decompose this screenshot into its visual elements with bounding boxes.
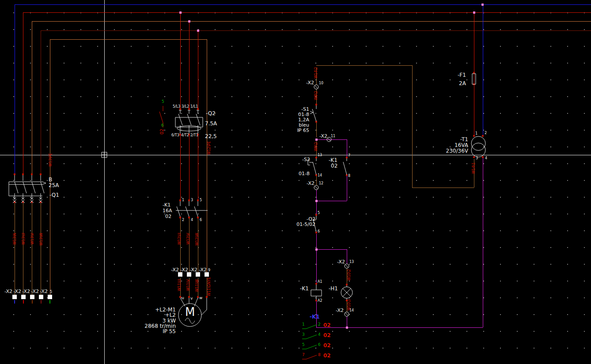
terminal-dot <box>179 296 181 298</box>
terminal-x2[interactable] <box>187 272 191 277</box>
wire-bus-pe[interactable] <box>50 39 207 40</box>
q2-terminal: 6/T3 <box>171 134 179 137</box>
wire[interactable] <box>180 12 181 108</box>
schematic-canvas[interactable]: B 25A -Q1 W13\PE -X2 -X2 -X2 -X2 -X2 5 W… <box>0 0 591 364</box>
contactor-k1-no-contact-symbol[interactable] <box>343 158 347 175</box>
wire[interactable] <box>32 203 32 295</box>
junction <box>188 20 190 23</box>
wire[interactable] <box>23 12 23 173</box>
wire[interactable] <box>483 158 483 327</box>
wire-bus-l1[interactable] <box>23 12 591 13</box>
wire[interactable] <box>198 135 198 199</box>
terminal-x2[interactable] <box>48 295 52 299</box>
k1-terminal: 4 <box>191 218 193 222</box>
xref-terminal: 5 <box>302 343 305 347</box>
wire[interactable] <box>347 176 347 201</box>
wire[interactable] <box>347 139 347 157</box>
wire[interactable] <box>412 188 474 188</box>
k1-rating-label: 16A <box>163 208 172 213</box>
terminal-x2[interactable] <box>205 272 209 277</box>
wire[interactable] <box>347 316 347 327</box>
terminal-number: 10 <box>319 82 323 85</box>
k1-terminal: 6 <box>200 218 202 222</box>
wire[interactable] <box>347 249 347 264</box>
wire[interactable] <box>316 234 317 283</box>
terminal-x2[interactable] <box>12 295 17 299</box>
wire[interactable] <box>316 65 412 66</box>
terminal-x2[interactable] <box>39 295 43 299</box>
wire-stub <box>49 300 50 304</box>
terminal-label: -X2 <box>189 267 197 272</box>
wire[interactable] <box>316 123 317 137</box>
terminal-label: -X2 <box>31 289 39 294</box>
wire-bus-l3[interactable] <box>41 30 591 31</box>
terminal-dot <box>482 156 484 158</box>
xref-folio: 02 <box>323 323 331 328</box>
motor-breaker-q2-symbol[interactable] <box>175 110 203 134</box>
f1-tag: -F1 <box>458 72 466 78</box>
wire[interactable] <box>180 218 181 272</box>
t1-terminal: 2 <box>485 131 487 135</box>
wire[interactable] <box>50 39 50 295</box>
switch-s1-symbol[interactable] <box>310 105 316 121</box>
terminal-label: -X2 <box>336 308 344 313</box>
xref-terminal: 7 <box>302 353 305 357</box>
wire-label: W13\U <box>22 233 26 245</box>
terminal-dot <box>315 157 317 158</box>
wire[interactable] <box>189 21 189 108</box>
s2-tag: -S2 <box>302 157 310 162</box>
wire[interactable] <box>32 21 32 173</box>
terminal-dot <box>197 296 199 298</box>
circuit-breaker-q1-symbol[interactable] <box>9 175 46 203</box>
q2-terminal: 1/L1 <box>190 105 198 109</box>
wire[interactable] <box>189 135 189 199</box>
xref-folio: 02 <box>323 333 331 338</box>
transformer-t1-symbol[interactable] <box>471 136 485 157</box>
wire[interactable] <box>316 327 483 328</box>
terminal-dot <box>188 217 190 218</box>
contactor-k1-coil-symbol[interactable] <box>311 285 322 300</box>
k1-terminal: 5 <box>200 199 202 202</box>
wire[interactable] <box>207 39 207 272</box>
terminal-dot <box>315 121 317 123</box>
terminal-dot <box>473 83 475 85</box>
k1-coil-terminal: A2 <box>318 299 322 303</box>
wire-bus-l2[interactable] <box>32 21 591 22</box>
q2-aux-xref: 01-5/02 <box>289 222 315 227</box>
wire[interactable] <box>23 203 23 295</box>
xref-terminal: 8 <box>318 353 321 357</box>
t1-power: 16VA <box>437 143 468 148</box>
wire[interactable] <box>15 203 15 295</box>
wire-bus-n[interactable] <box>15 4 591 5</box>
wire[interactable] <box>41 203 41 295</box>
wire[interactable] <box>189 218 189 272</box>
wire[interactable] <box>180 135 181 199</box>
wire[interactable] <box>316 139 347 140</box>
terminal-x2[interactable] <box>30 295 34 299</box>
q1-tag-label: -Q1 <box>49 192 59 198</box>
terminal-label: -X2 <box>180 267 188 272</box>
wire[interactable] <box>41 30 41 173</box>
wire-label: W9\2 <box>314 142 318 151</box>
terminal-dot <box>206 296 208 298</box>
wire[interactable] <box>474 12 474 135</box>
wire[interactable] <box>316 201 347 201</box>
terminal-x2[interactable] <box>196 272 200 277</box>
s1-color: bleu <box>283 123 309 128</box>
wire[interactable] <box>316 249 347 250</box>
wire[interactable] <box>15 4 15 173</box>
contactor-k1-main-symbol[interactable] <box>176 201 208 217</box>
terminal-dot <box>315 300 317 301</box>
wire[interactable] <box>198 30 198 108</box>
k1-terminal: 2 <box>182 218 184 222</box>
terminal-x2[interactable] <box>178 272 182 277</box>
wire-label: W12\V <box>187 233 190 244</box>
wire[interactable] <box>316 176 317 185</box>
terminal-dot <box>315 104 317 105</box>
wire[interactable] <box>483 4 483 135</box>
wire-label: W12\U <box>178 233 182 245</box>
wire[interactable] <box>412 65 413 188</box>
indicator-lamp-h1-symbol[interactable] <box>341 285 352 300</box>
wire-label: W14\2 <box>314 67 318 79</box>
terminal-x2[interactable] <box>21 295 26 299</box>
